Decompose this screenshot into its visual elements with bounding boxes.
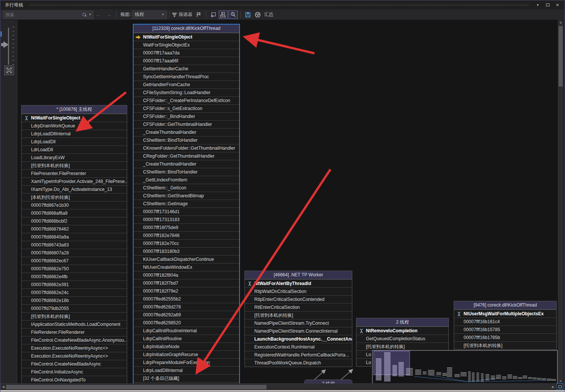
- stack-frame-row[interactable]: CFileSysItemString::LoadHandler: [134, 88, 239, 96]
- stack-frame-row[interactable]: NtWaitForAlertByThreadId: [245, 279, 352, 287]
- stack-frame-row[interactable]: CShellItem::BindToHandler: [134, 136, 239, 144]
- stack-frame-row[interactable]: NtUserCreateWindowEx: [134, 263, 239, 271]
- stack-frame-row[interactable]: FileRenderer.FileRenderer: [22, 328, 127, 336]
- stack-frame-row[interactable]: LdrpInitializeGraphRecurse: [134, 350, 239, 358]
- stack-frame-row[interactable]: GetItemHandlerCache: [134, 65, 239, 73]
- search-options-caret-icon[interactable]: ▼: [89, 13, 92, 16]
- stack-frame-row[interactable]: CShellItem::_GetIcon: [134, 184, 239, 192]
- stack-frame-row[interactable]: LdrpDrainWorkQueue: [22, 122, 127, 130]
- vertical-scrollbar[interactable]: ▲ ▼: [558, 20, 563, 384]
- stack-frame-row[interactable]: FileControl.InitializeAsync: [22, 368, 127, 376]
- zoom-slider-thumb[interactable]: [3, 41, 9, 48]
- stack-frame-row[interactable]: LdrpLoadDllInternal: [134, 366, 239, 374]
- stacks-canvas[interactable]: [9476] coreclr.dll!KickOffThreadNtUserMs…: [17, 20, 559, 384]
- stack-frame-row[interactable]: _GetILIndexFromItem: [134, 176, 239, 184]
- stack-frame-row[interactable]: 00007ffd86807a28: [22, 249, 127, 257]
- stack-frame-row[interactable]: NamedPipeClientStream.ConnectInternal: [245, 327, 352, 335]
- stack-box-thread-9476[interactable]: [9476] coreclr.dll!KickOffThreadNtUserMs…: [454, 301, 557, 350]
- stack-frame-row[interactable]: FileControl.CreateNewBladeAsync.Anonymou…: [22, 336, 127, 344]
- method-view-button[interactable]: [209, 11, 218, 19]
- stack-frame-row[interactable]: 00007ffd868bcbf2: [22, 217, 127, 225]
- stack-frame-row[interactable]: 00007ffd868af6a9: [22, 209, 127, 217]
- stack-frame-row[interactable]: NamedPipeClientStream.TryConnect: [245, 319, 352, 327]
- stack-frame-row[interactable]: 00007fff183180b3: [134, 247, 239, 255]
- scroll-up-arrow[interactable]: ▲: [558, 20, 563, 25]
- stack-frame-row[interactable]: WaitForSingleObjectEx: [134, 41, 239, 49]
- stack-frame-row[interactable]: [托管到本机的转换]: [454, 341, 556, 349]
- stack-box-thread-112328[interactable]: [112328] coreclr.dll!KickOffThreadNtWait…: [133, 24, 240, 384]
- stack-frame-row[interactable]: KiUserCallbackDispatcherContinue: [134, 255, 239, 263]
- stack-frame-row[interactable]: CFSFolder::_BindHandler: [134, 112, 239, 120]
- stack-frame-row[interactable]: 00007ffd8682e391: [22, 280, 127, 288]
- save-button[interactable]: [243, 11, 252, 19]
- stack-frame-row[interactable]: 00007fff16b161c4: [454, 318, 556, 325]
- stack-frame-row[interactable]: CRegFolder::GetThumbnailHandler: [134, 152, 239, 160]
- stack-frame-row[interactable]: 00007fff16b1785b: [454, 333, 556, 341]
- stack-box-tp-worker-46664[interactable]: [46664] .NET TP WorkerNtWaitForAlertByTh…: [244, 271, 352, 367]
- stack-frame-row[interactable]: 00007ffd86840a9a: [22, 233, 127, 241]
- stack-frame-row[interactable]: ExecutionContext.RunInternal: [245, 343, 352, 351]
- stack-frame-row[interactable]: 00007ffed628d278: [134, 303, 239, 311]
- birds-eye-toggle-button[interactable]: [557, 383, 563, 390]
- stack-frame-row[interactable]: 00007ffd8682e18b: [22, 296, 127, 304]
- filter-button[interactable]: [172, 11, 177, 19]
- stack-frame-row[interactable]: 00007fff182e70cc: [134, 239, 239, 247]
- stack-frame-row[interactable]: 00007fff173146d1: [134, 208, 239, 215]
- stack-frame-row[interactable]: FilePresenter.FilePresenter: [22, 169, 127, 177]
- stack-frame-row[interactable]: CShellItem::GetSharedBitmap: [134, 192, 239, 200]
- stack-box-header[interactable]: [46664] .NET TP Worker: [245, 271, 352, 279]
- stack-frame-row[interactable]: [托管到本机的转换]: [22, 161, 127, 169]
- stack-frame-row[interactable]: CFSFolder::GetThumbnailHandler: [134, 120, 239, 128]
- stack-frame-row[interactable]: 00007ffed6298520: [134, 319, 239, 327]
- stack-frame-row[interactable]: 00007fff182e7846: [134, 231, 239, 239]
- stack-frame-row[interactable]: FileControl.CreateNewBladeAsync: [22, 360, 127, 368]
- stack-frame-row[interactable]: 00007fff16b15785: [454, 325, 556, 333]
- view-dropdown[interactable]: 线程 ▼: [132, 11, 167, 19]
- auto-scroll-diagram-button[interactable]: [219, 11, 228, 19]
- stack-frame-row[interactable]: RtlEnterCriticalSection: [245, 303, 352, 311]
- search-input[interactable]: [5, 12, 82, 18]
- close-button[interactable]: ×: [553, 2, 562, 8]
- stack-box-main-thread-100876[interactable]: * [100876] 主线程NtWaitForSingleObjectLdrpD…: [21, 105, 127, 384]
- stack-frame-row[interactable]: 00007fff182f7bd7: [134, 279, 239, 287]
- stack-frame-row[interactable]: 00007ffd8682e24c: [22, 288, 127, 296]
- stack-frame-row[interactable]: CShellItem::GetImage: [134, 200, 239, 208]
- stack-frame-row[interactable]: IApplicationStaticsMethods.LoadComponent: [22, 320, 127, 328]
- window-position-menu-button[interactable]: ▼: [533, 2, 543, 8]
- maximize-button[interactable]: [543, 2, 553, 8]
- stack-frame-row[interactable]: [托管到本机的转换]: [245, 311, 352, 319]
- stack-frame-row[interactable]: CKnownFoldersFolder::GetThumbnailHandler: [134, 144, 239, 152]
- stack-frame-row[interactable]: [32 个条目已隐藏]: [134, 374, 239, 382]
- stack-frame-row[interactable]: GetHandlerFromCache: [134, 81, 239, 88]
- zoom-to-fit-button[interactable]: [4, 65, 14, 75]
- stack-frame-row[interactable]: 00007ffed6292a69: [134, 311, 239, 319]
- horizontal-scrollbar-thumb[interactable]: [6, 385, 266, 389]
- drag-handle-dots[interactable]: [29, 4, 529, 6]
- stack-frame-row[interactable]: LdrLoadDll: [22, 146, 127, 153]
- stack-frame-row[interactable]: LdrpLoadDll: [22, 138, 127, 146]
- back-button[interactable]: ←: [93, 11, 104, 18]
- summary-button[interactable]: [253, 11, 262, 19]
- stack-frame-row[interactable]: CFSFolder::_CreatePerInstanceDefExtIcon: [134, 96, 239, 104]
- stack-frame-row[interactable]: LdrpCallInitRoutine: [134, 335, 239, 342]
- stack-frame-row[interactable]: NtUserMsgWaitForMultipleObjectsEx: [454, 310, 556, 318]
- stack-frame-row[interactable]: LdrpCallInitRoutineInternal: [134, 327, 239, 335]
- search-icon[interactable]: [82, 12, 87, 17]
- stack-frame-row[interactable]: 00007ffd867e1b30: [22, 201, 127, 209]
- stack-frame-row[interactable]: 00007fff17aaa7da: [134, 49, 239, 57]
- minimap-overview[interactable]: [372, 350, 558, 384]
- stack-frame-row[interactable]: LaunchBackgroundHostAsync.__ConnectAnd..…: [245, 335, 352, 343]
- stack-box-header[interactable]: [9476] coreclr.dll!KickOffThread: [454, 301, 556, 310]
- stack-frame-row[interactable]: 00007ffd86876462: [22, 225, 127, 233]
- stack-frame-row[interactable]: NtWaitForSingleObject: [22, 114, 127, 122]
- stack-frame-row[interactable]: 00007ffd86743a83: [22, 241, 127, 249]
- stack-frame-row[interactable]: IXamlType.Do_Abi_ActivateInstance_13: [22, 185, 127, 193]
- stack-frame-row[interactable]: LdrpPrepareModuleForExecution: [134, 358, 239, 366]
- stack-frame-row[interactable]: [本机到托管的转换]: [22, 193, 127, 201]
- filter-label[interactable]: 筛选器: [179, 11, 192, 18]
- stack-box-header[interactable]: * [100876] 主线程: [22, 105, 127, 114]
- stack-box-header[interactable]: 2 线程: [356, 318, 448, 327]
- stack-frame-row[interactable]: CShellItem::BindToHandler: [134, 168, 239, 176]
- stack-frame-row[interactable]: 00007ffed62555b2: [134, 295, 239, 303]
- zoom-control-toggle-button[interactable]: [229, 11, 238, 19]
